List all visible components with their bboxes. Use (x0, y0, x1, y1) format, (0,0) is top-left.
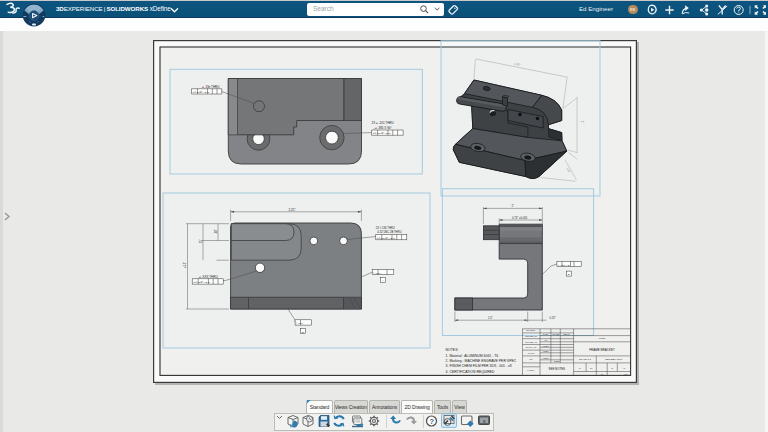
svg-text:2.25": 2.25" (289, 208, 296, 212)
svg-text:1": 1" (512, 204, 514, 208)
svg-text:0.73" ±0.005: 0.73" ±0.005 (512, 216, 528, 220)
svg-text:FRAME BRACKET: FRAME BRACKET (589, 348, 615, 352)
svg-text:2. Marking : MACHINE ENGRAVE P: 2. Marking : MACHINE ENGRAVE PER SPEC (446, 359, 517, 363)
svg-text:SCALE: 1:1: SCALE: 1:1 (579, 358, 592, 360)
svg-text:Rx: Rx (590, 367, 592, 369)
svg-text:QUALITY APP: QUALITY APP (526, 346, 538, 348)
svg-text:2X ⌀ .201 THRU: 2X ⌀ .201 THRU (372, 121, 394, 125)
svg-text:⎱ .010 A: ⎱ .010 A (373, 271, 382, 275)
svg-text:⌞⌀ .385 X 90°: ⌞⌀ .385 X 90° (374, 126, 393, 130)
svg-text:4. CERTIFICATION REQUIRED: 4. CERTIFICATION REQUIRED (446, 370, 495, 374)
svg-text:⌀ .XXX THRU: ⌀ .XXX THRU (199, 275, 218, 279)
svg-text:PRD. ENG APP: PRD. ENG APP (525, 335, 538, 337)
svg-text:.75": .75" (199, 239, 203, 244)
svg-text:STEP 07: STEP 07 (563, 333, 570, 335)
svg-text:3DS-DEFAULT: 3DS-DEFAULT (605, 358, 622, 361)
svg-text:⎱ .010: ⎱ .010 (296, 321, 303, 325)
svg-text:⌽ .010 A B: ⌽ .010 A B (558, 264, 570, 267)
svg-text:⊥⌀.01Ⓡ A B C: ⊥⌀.01Ⓡ A B C (192, 91, 209, 94)
svg-text:⊥⌀.014Ⓡ A B C: ⊥⌀.014Ⓡ A B C (377, 237, 395, 240)
svg-text:MAT-TS: MAT-TS (528, 352, 535, 354)
svg-text:1:1: 1:1 (601, 373, 604, 375)
svg-text:2X #.136 THRU: 2X #.136 THRU (376, 226, 395, 230)
svg-text:1": 1" (580, 121, 584, 123)
svg-text:A3: A3 (623, 367, 625, 369)
svg-text:⊥⌀.01Ⓡ A B C: ⊥⌀.01Ⓡ A B C (193, 281, 210, 284)
svg-text:A01: A01 (544, 339, 547, 341)
svg-text:LAST/CA: LAST/CA (527, 369, 535, 371)
svg-text:⊥⌀.014Ⓡ A B C: ⊥⌀.014Ⓡ A B C (372, 132, 390, 135)
svg-text:A01/B04: A01/B04 (542, 357, 548, 359)
svg-text:⌀ .19x THRU: ⌀ .19x THRU (202, 85, 219, 89)
svg-text:0.25": 0.25" (550, 316, 556, 320)
svg-text:NOTES:: NOTES: (446, 348, 459, 352)
svg-text:A01/B04: A01/B04 (542, 350, 548, 352)
svg-text:1.5": 1.5" (488, 316, 493, 320)
svg-text:TITLE: TITLE (599, 337, 605, 339)
svg-text:1 of 1: 1 of 1 (624, 373, 629, 375)
svg-text:SEE NOTES: SEE NOTES (549, 367, 566, 371)
svg-text:?: ? (429, 417, 434, 426)
svg-text:1. Material : ALUMINUM 6061 -: 1. Material : ALUMINUM 6061 - T6 (446, 354, 499, 358)
svg-text:⌀1.5": ⌀1.5" (183, 262, 187, 268)
svg-text:NOTES: NOTES (554, 360, 561, 362)
svg-text:MFG. ENG APP: MFG. ENG APP (525, 341, 538, 343)
svg-text:3D: 3D (23, 15, 26, 18)
svg-text:A01/B04: A01/B04 (542, 345, 548, 347)
svg-text:SE. ONE: SE. ONE (553, 333, 561, 335)
svg-text:.38": .38" (214, 229, 218, 234)
svg-text:3. FINISH CHEM FILM PER 3DS -: 3. FINISH CHEM FILM PER 3DS - 001 - v8 (446, 364, 512, 368)
svg-text:4-32 UNC 2B THRU: 4-32 UNC 2B THRU (377, 230, 401, 234)
svg-text:DRAWN BY: DRAWN BY (527, 329, 537, 331)
